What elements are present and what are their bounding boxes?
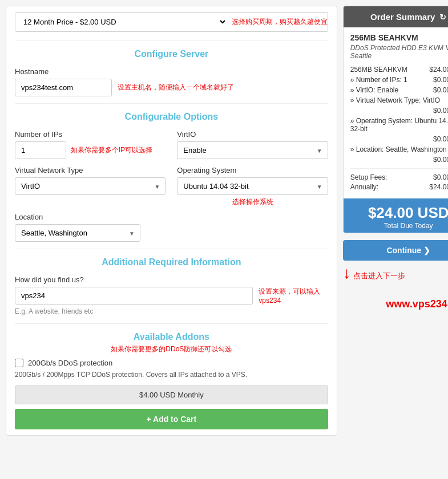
line-item-2-label: » VirtIO: Enable	[350, 86, 429, 94]
billing-cycle-annotation: 选择购买周期，购买越久越便宜	[232, 17, 328, 27]
num-ips-row: 如果你需要多个IP可以选择	[15, 141, 166, 159]
total-label: Total Due Today	[350, 222, 448, 230]
line-item-7-sub: $0.00 USD	[350, 156, 448, 164]
side-panel: Order Summary ↻ 256MB SEAHKVM DDoS Prote…	[343, 6, 448, 310]
main-panel: 12 Month Price - $2.00 USD 1 Month Price…	[6, 6, 337, 436]
line-item-1-price: $0.00 USD	[433, 76, 448, 84]
line-item-7: » Location: Seattle, Washington	[350, 145, 448, 153]
hostname-input[interactable]	[15, 79, 112, 96]
how-find-hint: E.g. A website, friends etc	[15, 307, 328, 315]
continue-annotation: 点击进入下一步	[353, 271, 405, 281]
setup-fees-value: $0.00 USD	[433, 173, 448, 181]
add-to-cart-button[interactable]: + Add to Cart	[15, 409, 328, 429]
line-item-5-sub: $0.00 USD	[350, 135, 448, 143]
addons-annotation: 如果你需要更多的DDoS防御还可以勾选	[15, 344, 328, 354]
hostname-label: Hostname	[15, 67, 328, 76]
product-name: 256MB SEAHKVM	[350, 33, 448, 42]
addon-price-button[interactable]: $4.00 USD Monthly	[15, 385, 328, 404]
network-type-label: Virtual Network Type	[15, 166, 166, 174]
line-item-2-price: $0.00 USD	[433, 86, 448, 94]
refresh-icon: ↻	[439, 13, 446, 22]
virtio-select[interactable]: Enable Disable	[177, 141, 328, 159]
billing-cycle-row: 12 Month Price - $2.00 USD 1 Month Price…	[15, 12, 328, 32]
line-item-2: » VirtIO: Enable $0.00 USD	[350, 86, 448, 94]
continue-annotation-row: ↓ 点击进入下一步	[343, 265, 448, 281]
setup-fees-label: Setup Fees:	[350, 173, 388, 181]
location-select[interactable]: Seattle, Washington Los Angeles, Califor…	[15, 224, 140, 242]
os-group: Operating System Ubuntu 14.04 32-bit Ubu…	[177, 166, 328, 207]
network-select-wrapper: VirtIO e1000	[15, 177, 166, 195]
billing-cycle-select[interactable]: 12 Month Price - $2.00 USD 1 Month Price…	[15, 13, 227, 31]
line-item-3-sub: $0.00 USD	[350, 107, 448, 115]
how-find-annotation: 设置来源，可以输入vps234	[259, 287, 328, 305]
line-item-3-label: » Virtual Network Type: VirtIO	[350, 96, 448, 104]
line-item-1: » Number of IPs: 1 $0.00 USD	[350, 76, 448, 84]
network-select[interactable]: VirtIO e1000	[15, 177, 166, 195]
virtio-select-wrapper: Enable Disable	[177, 141, 328, 159]
virtio-label: VirtIO	[177, 130, 328, 139]
promo-text: www.vps234.com	[343, 298, 448, 310]
os-select[interactable]: Ubuntu 14.04 32-bit Ubuntu 16.04 64-bit …	[177, 177, 328, 195]
os-annotation: 选择操作系统	[177, 197, 328, 207]
hostname-annotation: 设置主机名，随便输入一个域名就好了	[118, 83, 234, 92]
hostname-row: 设置主机名，随便输入一个域名就好了	[15, 79, 328, 96]
ddos-label: 200Gb/s DDoS protection	[28, 359, 112, 367]
line-item-1-label: » Number of IPs: 1	[350, 76, 429, 84]
annually-row: Annually: $24.00 USD	[350, 183, 448, 191]
options-grid: Number of IPs 如果你需要多个IP可以选择 VirtIO Enabl…	[15, 130, 328, 207]
network-type-group: Virtual Network Type VirtIO e1000	[15, 166, 166, 207]
additional-info-title: Additional Required Information	[15, 249, 328, 267]
line-item-7-label: » Location: Seattle, Washington	[350, 145, 448, 153]
location-select-wrapper: Seattle, Washington Los Angeles, Califor…	[15, 224, 140, 242]
os-label: Operating System	[177, 166, 328, 174]
order-summary: Order Summary ↻ 256MB SEAHKVM DDoS Prote…	[343, 6, 448, 233]
line-item-5: » Operating System: Ubuntu 14.04 32-bit	[350, 117, 448, 133]
annually-value: $24.00 USD	[429, 183, 448, 191]
setup-fees-row: Setup Fees: $0.00 USD	[350, 173, 448, 181]
how-find-input[interactable]	[15, 287, 253, 305]
num-ips-group: Number of IPs 如果你需要多个IP可以选择	[15, 130, 166, 159]
num-ips-annotation: 如果你需要多个IP可以选择	[71, 145, 152, 155]
how-find-row: 设置来源，可以输入vps234	[15, 287, 328, 305]
line-item-0-label: 256MB SEAHKVM	[350, 66, 425, 74]
location-group: Location Seattle, Washington Los Angeles…	[15, 213, 328, 242]
ddos-checkbox[interactable]	[15, 359, 23, 367]
continue-button[interactable]: Continue ❯	[343, 240, 448, 261]
addon-ddos-row: 200Gb/s DDoS protection	[15, 359, 328, 367]
location-label: Location	[15, 213, 328, 221]
order-summary-header: Order Summary ↻	[344, 6, 448, 27]
os-select-wrapper: Ubuntu 14.04 32-bit Ubuntu 16.04 64-bit …	[177, 177, 328, 195]
hostname-group: Hostname 设置主机名，随便输入一个域名就好了	[15, 67, 328, 96]
how-find-label: How did you find us?	[15, 275, 328, 284]
num-ips-label: Number of IPs	[15, 130, 166, 139]
product-desc: DDoS Protected HDD E3 KVM VPS - Seattle	[350, 44, 448, 60]
line-item-0-price: $24.00 USD	[429, 66, 448, 74]
line-item-0: 256MB SEAHKVM $24.00 USD	[350, 66, 448, 74]
line-item-3: » Virtual Network Type: VirtIO	[350, 96, 448, 104]
order-summary-title: Order Summary	[370, 12, 435, 22]
addon-desc: 200Gb/s / 200Mpps TCP DDoS protection. C…	[15, 371, 328, 379]
addons-title: Available Addons	[15, 323, 328, 342]
total-block: $24.00 USD Total Due Today	[344, 198, 448, 233]
how-find-group: How did you find us? 设置来源，可以输入vps234 E.g…	[15, 275, 328, 315]
num-ips-input[interactable]	[15, 141, 66, 159]
down-arrow-icon: ↓	[343, 265, 351, 281]
virtio-group: VirtIO Enable Disable	[177, 130, 328, 159]
configure-server-title: Configure Server	[15, 40, 328, 59]
total-amount: $24.00 USD	[350, 204, 448, 222]
configurable-options-title: Configurable Options	[15, 103, 328, 122]
order-summary-body: 256MB SEAHKVM DDoS Protected HDD E3 KVM …	[344, 27, 448, 198]
line-item-5-label: » Operating System: Ubuntu 14.04 32-bit	[350, 117, 448, 133]
annually-label: Annually:	[350, 183, 378, 191]
